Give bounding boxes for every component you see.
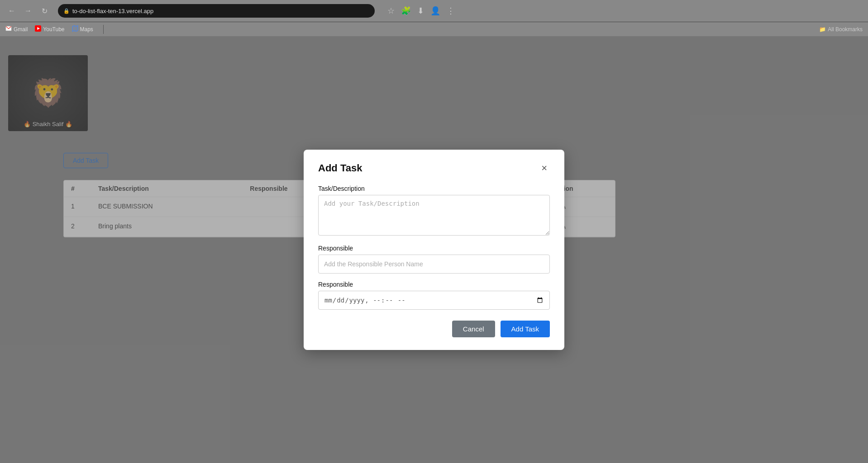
modal-overlay: Add Task × Task/Description Responsible … <box>0 36 868 463</box>
maps-label: Maps <box>80 26 93 33</box>
modal-footer: Cancel Add Task <box>318 321 550 337</box>
gmail-icon <box>5 25 12 33</box>
add-task-submit-button[interactable]: Add Task <box>501 321 550 337</box>
responsible-group: Responsible <box>318 245 550 274</box>
responsible-input[interactable] <box>318 255 550 274</box>
menu-button[interactable]: ⋮ <box>445 4 457 18</box>
modal-title: Add Task <box>318 162 362 174</box>
forward-button[interactable]: → <box>22 5 34 17</box>
task-description-label: Task/Description <box>318 185 550 192</box>
browser-right-icons: ☆ 🧩 ⬇ 👤 ⋮ <box>386 4 457 18</box>
star-button[interactable]: ☆ <box>386 4 396 18</box>
bookmarks-separator <box>103 25 104 34</box>
cancel-button[interactable]: Cancel <box>452 321 495 337</box>
maps-icon <box>72 25 78 33</box>
profile-button[interactable]: 👤 <box>429 4 442 18</box>
modal-header: Add Task × <box>318 162 550 174</box>
due-date-label: Responsible <box>318 281 550 288</box>
task-description-group: Task/Description <box>318 185 550 237</box>
due-date-group: Responsible <box>318 281 550 310</box>
svg-marker-3 <box>72 26 78 32</box>
address-bar[interactable]: 🔒 to-do-list-flax-ten-13.vercel.app <box>58 4 375 18</box>
browser-chrome: ← → ↻ 🔒 to-do-list-flax-ten-13.vercel.ap… <box>0 0 868 36</box>
refresh-button[interactable]: ↻ <box>38 5 51 17</box>
bookmark-gmail[interactable]: Gmail <box>5 25 28 33</box>
due-date-input[interactable] <box>318 291 550 310</box>
bookmarks-folder-icon: 📁 <box>819 26 826 33</box>
responsible-label: Responsible <box>318 245 550 252</box>
back-button[interactable]: ← <box>5 5 18 17</box>
page-background: 🦁 🔥 Shaikh Salif 🔥 Add Task # Task/Descr… <box>0 36 868 463</box>
download-button[interactable]: ⬇ <box>415 4 426 18</box>
task-description-textarea[interactable] <box>318 195 550 236</box>
extensions-button[interactable]: 🧩 <box>399 4 413 18</box>
gmail-label: Gmail <box>14 26 28 33</box>
url-text: to-do-list-flax-ten-13.vercel.app <box>72 8 153 14</box>
lock-icon: 🔒 <box>63 8 70 14</box>
bookmarks-bar: Gmail YouTube Maps 📁 <box>0 22 868 36</box>
all-bookmarks[interactable]: 📁 All Bookmarks <box>819 26 863 33</box>
add-task-modal: Add Task × Task/Description Responsible … <box>304 150 564 350</box>
browser-topbar: ← → ↻ 🔒 to-do-list-flax-ten-13.vercel.ap… <box>0 0 868 22</box>
bookmark-maps[interactable]: Maps <box>72 25 93 33</box>
youtube-label: YouTube <box>43 26 64 33</box>
modal-close-button[interactable]: × <box>539 162 550 174</box>
all-bookmarks-label: All Bookmarks <box>828 26 863 33</box>
youtube-icon <box>35 25 41 33</box>
bookmark-youtube[interactable]: YouTube <box>35 25 64 33</box>
